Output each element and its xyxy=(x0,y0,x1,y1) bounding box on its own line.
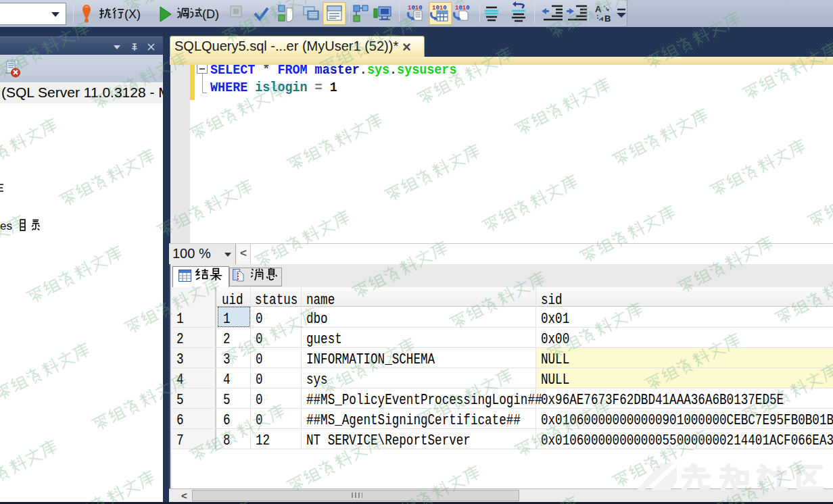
svg-text:A: A xyxy=(595,4,602,14)
svg-text:B: B xyxy=(604,14,611,24)
